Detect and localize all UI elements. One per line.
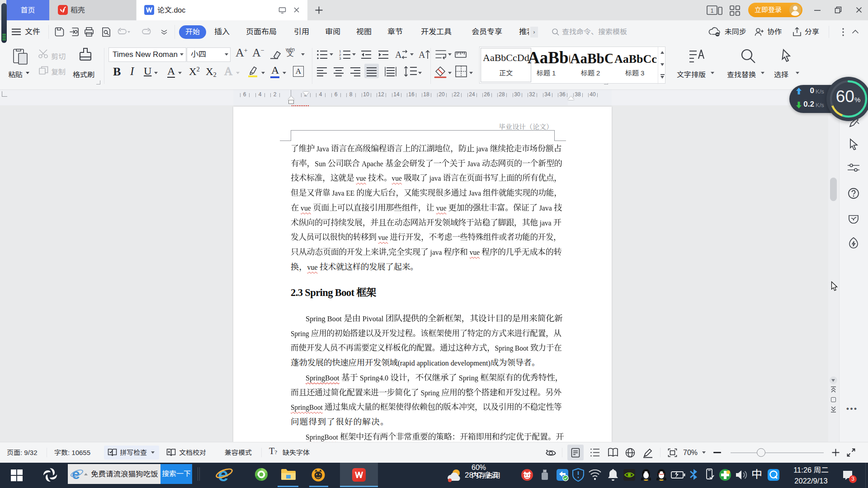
svg-text:A: A (419, 50, 425, 60)
svg-text:3: 3 (339, 56, 341, 60)
svg-text:1: 1 (711, 8, 714, 14)
svg-text:A: A (395, 50, 402, 60)
